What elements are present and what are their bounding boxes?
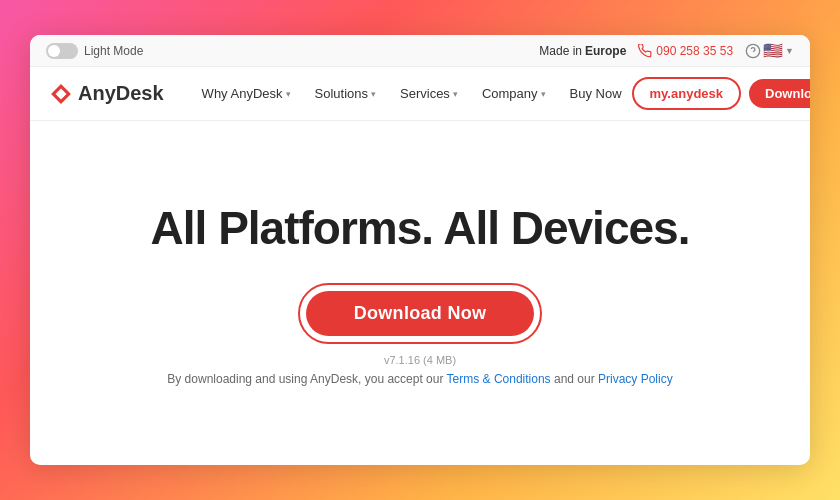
chevron-company-icon: ▾ xyxy=(541,89,546,99)
logo[interactable]: AnyDesk xyxy=(50,82,164,105)
made-in-place: Europe xyxy=(585,44,626,58)
made-in: Made in Europe xyxy=(539,44,626,58)
nav-label-solutions: Solutions xyxy=(315,86,368,101)
help-icon xyxy=(745,43,761,59)
nav-links: Why AnyDesk ▾ Solutions ▾ Services ▾ Com… xyxy=(192,80,632,107)
downloads-button[interactable]: Downloads xyxy=(749,79,810,108)
terms-text: By downloading and using AnyDesk, you ac… xyxy=(167,372,672,386)
nav-label-buy-now: Buy Now xyxy=(570,86,622,101)
nav-label-services: Services xyxy=(400,86,450,101)
chevron-services-icon: ▾ xyxy=(453,89,458,99)
nav-item-services[interactable]: Services ▾ xyxy=(390,80,468,107)
chevron-why-anydesk-icon: ▾ xyxy=(286,89,291,99)
nav-item-company[interactable]: Company ▾ xyxy=(472,80,556,107)
nav-item-why-anydesk[interactable]: Why AnyDesk ▾ xyxy=(192,80,301,107)
terms-and: and our xyxy=(554,372,598,386)
page-container: Light Mode Made in Europe 090 258 35 53 … xyxy=(30,35,810,465)
hero-title: All Platforms. All Devices. xyxy=(151,201,690,255)
phone-text: 090 258 35 53 xyxy=(656,44,733,58)
terms-prefix: By downloading and using AnyDesk, you ac… xyxy=(167,372,446,386)
version-info: v7.1.16 (4 MB) xyxy=(384,354,456,366)
phone-icon xyxy=(638,44,652,58)
anydesk-logo-icon xyxy=(50,83,72,105)
country-selector[interactable]: 🇺🇸 ▼ xyxy=(745,41,794,60)
nav-actions: my.anydesk Downloads xyxy=(632,77,810,110)
made-in-label: Made in xyxy=(539,44,582,58)
nav-label-company: Company xyxy=(482,86,538,101)
my-anydesk-button[interactable]: my.anydesk xyxy=(632,77,741,110)
light-mode-label: Light Mode xyxy=(84,44,143,58)
nav-item-buy-now[interactable]: Buy Now xyxy=(560,80,632,107)
download-now-button[interactable]: Download Now xyxy=(306,291,535,336)
utility-right: Made in Europe 090 258 35 53 🇺🇸 ▼ xyxy=(539,41,794,60)
phone-number[interactable]: 090 258 35 53 xyxy=(638,44,733,58)
flag-chevron-icon: ▼ xyxy=(785,46,794,56)
us-flag-icon: 🇺🇸 xyxy=(763,41,783,60)
terms-conditions-link[interactable]: Terms & Conditions xyxy=(447,372,551,386)
chevron-solutions-icon: ▾ xyxy=(371,89,376,99)
privacy-policy-link[interactable]: Privacy Policy xyxy=(598,372,673,386)
light-mode-switch[interactable] xyxy=(46,43,78,59)
download-button-wrapper: Download Now xyxy=(298,283,543,344)
nav-item-solutions[interactable]: Solutions ▾ xyxy=(305,80,386,107)
light-mode-toggle[interactable]: Light Mode xyxy=(46,43,143,59)
navbar: AnyDesk Why AnyDesk ▾ Solutions ▾ Servic… xyxy=(30,67,810,121)
utility-bar: Light Mode Made in Europe 090 258 35 53 … xyxy=(30,35,810,67)
logo-text: AnyDesk xyxy=(78,82,164,105)
nav-label-why-anydesk: Why AnyDesk xyxy=(202,86,283,101)
hero-section: All Platforms. All Devices. Download Now… xyxy=(30,121,810,465)
